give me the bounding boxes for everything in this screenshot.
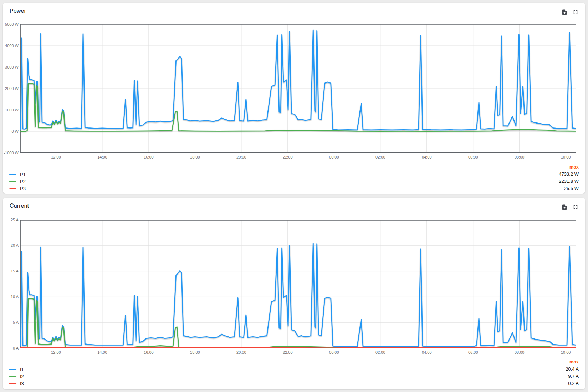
x-tick-label: 04:00 [414,155,439,160]
fullscreen-icon[interactable] [572,9,579,15]
y-tick-label: 3000 W [3,65,19,70]
x-tick-label: 08:00 [507,155,532,160]
x-tick-label: 18:00 [183,155,208,160]
y-tick-label: 25 A [3,218,19,222]
x-tick-label: 06:00 [461,350,486,355]
legend-label: P2 [20,179,26,184]
y-tick-label: -1000 W [3,151,19,155]
legend-label: I1 [20,367,24,372]
p1-max-value: 4733.2 W [559,171,579,178]
x-tick-label: 22:00 [275,155,300,160]
y-tick-label: 4000 W [3,44,19,48]
x-tick-label: 12:00 [44,350,68,355]
p3-color-dash [9,188,16,189]
p3-max-value: 26.5 W [559,185,579,192]
i1-max-value: 20.4 A [566,366,579,373]
x-tick-label: 16:00 [136,155,161,160]
legend-item-i3[interactable]: I3 [9,380,24,387]
x-tick-label: 16:00 [136,350,161,355]
current-panel-actions [561,204,579,210]
export-chart-icon[interactable] [561,9,568,15]
p1-color-dash [9,174,16,175]
panel-title-current: Current [10,203,29,209]
i3-max-value: 0.2 A [566,380,579,387]
max-column-header: max [566,358,579,366]
i1-color-dash [9,369,16,370]
x-tick-label: 22:00 [275,350,300,355]
y-tick-label: 5 A [3,320,19,325]
series-P2-line [21,84,576,131]
legend-label: P1 [20,172,26,177]
x-tick-label: 20:00 [229,350,254,355]
current-panel: Current I1 I2 I3 max 20.4 A 9.7 A 0.2 A … [3,198,585,389]
x-tick-label: 06:00 [461,155,486,160]
x-tick-label: 08:00 [507,350,532,355]
i2-max-value: 9.7 A [566,373,579,380]
power-max-column: max 4733.2 W 2231.8 W 26.5 W [559,164,579,192]
power-panel: Power P1 P2 P3 max 4733.2 W 2231.8 W 26.… [3,3,585,194]
legend-item-p3[interactable]: P3 [9,185,26,192]
current-legend: I1 I2 I3 [9,366,24,387]
power-panel-actions [561,9,579,15]
x-tick-label: 02:00 [368,350,393,355]
fullscreen-icon[interactable] [572,204,579,210]
p2-max-value: 2231.8 W [559,178,579,185]
legend-label: I3 [20,381,24,386]
legend-item-i2[interactable]: I2 [9,373,24,380]
current-max-column: max 20.4 A 9.7 A 0.2 A [566,358,579,387]
panel-title-power: Power [10,8,26,14]
x-tick-label: 10:00 [553,350,578,355]
series-I2-line [21,298,576,348]
x-tick-label: 20:00 [229,155,254,160]
series-P1-line [21,30,576,130]
y-tick-label: 10 A [3,295,19,299]
x-tick-label: 10:00 [553,155,578,160]
legend-item-p1[interactable]: P1 [9,171,26,178]
x-tick-label: 00:00 [322,155,347,160]
series-P3-line [21,131,576,131]
y-tick-label: 0 A [3,346,19,351]
y-tick-label: 15 A [3,269,19,273]
x-tick-label: 14:00 [90,155,115,160]
max-column-header: max [559,164,579,171]
i3-color-dash [9,383,16,384]
legend-item-p2[interactable]: P2 [9,178,26,185]
current-chart[interactable] [20,220,576,348]
i2-color-dash [9,376,16,377]
series-I1-line [21,243,576,347]
x-tick-label: 12:00 [44,155,68,160]
x-tick-label: 00:00 [322,350,347,355]
x-tick-label: 18:00 [183,350,208,355]
legend-label: I2 [20,374,24,379]
y-tick-label: 20 A [3,243,19,248]
series-I3-line [21,347,576,348]
y-tick-label: 2000 W [3,86,19,91]
legend-label: P3 [20,186,26,191]
p2-color-dash [9,181,16,182]
x-tick-label: 14:00 [90,350,115,355]
x-tick-label: 04:00 [414,350,439,355]
y-tick-label: 5000 W [3,22,19,27]
y-tick-label: 0 W [3,129,19,134]
power-chart[interactable] [20,24,576,153]
legend-item-i1[interactable]: I1 [9,366,24,373]
x-tick-label: 02:00 [368,155,393,160]
export-chart-icon[interactable] [561,204,568,210]
power-legend: P1 P2 P3 [9,171,26,192]
y-tick-label: 1000 W [3,108,19,112]
